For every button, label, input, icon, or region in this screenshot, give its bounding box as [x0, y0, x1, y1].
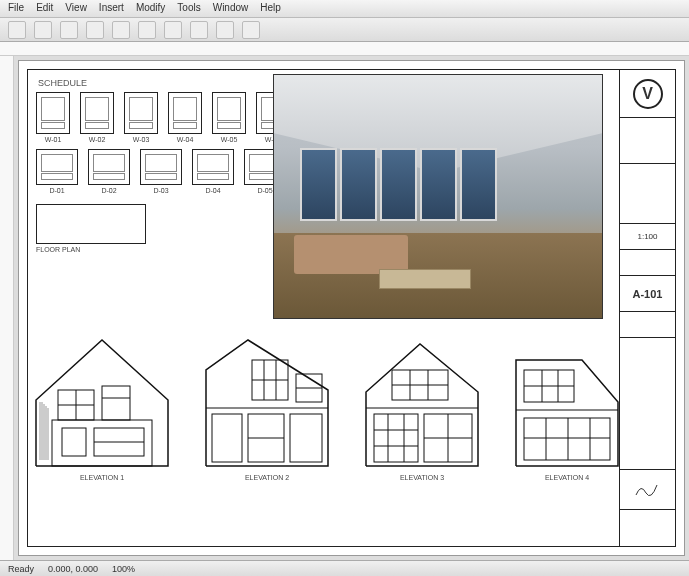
tool-circle[interactable]	[138, 21, 156, 39]
legend-swatch	[80, 92, 114, 134]
elevation-label: ELEVATION 3	[400, 474, 444, 481]
legend-label: W-02	[89, 136, 106, 143]
legend-label: W-04	[177, 136, 194, 143]
signature-icon	[633, 475, 663, 505]
legend-swatch	[140, 149, 182, 185]
tool-zoom[interactable]	[60, 21, 78, 39]
legend-label: D-05	[257, 187, 272, 194]
legend-label: D-02	[101, 187, 116, 194]
legend-swatch	[192, 149, 234, 185]
svg-rect-0	[52, 420, 152, 466]
legend-label: W-05	[221, 136, 238, 143]
firm-logo-icon: V	[633, 79, 663, 109]
ruler-horizontal	[0, 42, 689, 56]
elevation-label: ELEVATION 1	[80, 474, 124, 481]
status-coords: 0.000, 0.000	[48, 564, 98, 574]
menu-window[interactable]: Window	[213, 2, 249, 15]
menu-help[interactable]: Help	[260, 2, 281, 15]
perspective-render[interactable]	[273, 74, 603, 319]
tool-select[interactable]	[8, 21, 26, 39]
workspace: SCHEDULE W-01 W-02 W-03 W-04 W-05 W-06 D…	[0, 56, 689, 560]
stamp-cell	[620, 470, 675, 510]
render-table	[379, 269, 471, 288]
menu-modify[interactable]: Modify	[136, 2, 165, 15]
drawing-canvas[interactable]: SCHEDULE W-01 W-02 W-03 W-04 W-05 W-06 D…	[18, 60, 685, 556]
menu-file[interactable]: File	[8, 2, 24, 15]
sheet-number-cell: A-101	[620, 276, 675, 312]
legend-label: D-03	[153, 187, 168, 194]
elevation-1: ELEVATION 1	[32, 330, 172, 481]
legend-swatch	[168, 92, 202, 134]
legend-swatch	[124, 92, 158, 134]
render-windows	[300, 148, 497, 221]
svg-rect-6	[62, 428, 86, 456]
tool-print[interactable]	[242, 21, 260, 39]
status-message: Ready	[8, 564, 34, 574]
svg-rect-15	[212, 414, 242, 462]
room-outline	[36, 204, 146, 244]
menu-view[interactable]: View	[65, 2, 87, 15]
toolbar	[0, 18, 689, 42]
revision-cell	[620, 510, 675, 546]
elevations-row: ELEVATION 1	[28, 330, 617, 481]
menu-bar: File Edit View Insert Modify Tools Windo…	[0, 0, 689, 18]
legend-label: W-01	[45, 136, 62, 143]
svg-rect-4	[102, 386, 130, 420]
client-cell	[620, 118, 675, 164]
checked-cell	[620, 338, 675, 470]
svg-rect-26	[374, 414, 418, 462]
legend-swatch	[36, 149, 78, 185]
room-label: FLOOR PLAN	[36, 246, 80, 253]
project-cell	[620, 164, 675, 224]
tool-text[interactable]	[164, 21, 182, 39]
elevation-4: ELEVATION 4	[512, 330, 622, 481]
svg-rect-17	[290, 414, 322, 462]
menu-tools[interactable]: Tools	[177, 2, 200, 15]
drawing-content: SCHEDULE W-01 W-02 W-03 W-04 W-05 W-06 D…	[28, 70, 617, 546]
title-block: V 1:100 A-101	[619, 70, 675, 546]
menu-edit[interactable]: Edit	[36, 2, 53, 15]
legend-label: W-03	[133, 136, 150, 143]
menu-insert[interactable]: Insert	[99, 2, 124, 15]
date-cell	[620, 250, 675, 276]
sheet-border: SCHEDULE W-01 W-02 W-03 W-04 W-05 W-06 D…	[27, 69, 676, 547]
tool-pan[interactable]	[34, 21, 52, 39]
tool-line[interactable]	[86, 21, 104, 39]
legend-label: D-01	[49, 187, 64, 194]
tool-layer[interactable]	[216, 21, 234, 39]
scale-cell: 1:100	[620, 224, 675, 250]
legend-swatch	[88, 149, 130, 185]
elevation-label: ELEVATION 4	[545, 474, 589, 481]
drawn-cell	[620, 312, 675, 338]
legend-label: D-04	[205, 187, 220, 194]
tool-rect[interactable]	[112, 21, 130, 39]
svg-rect-39	[524, 418, 610, 460]
status-zoom: 100%	[112, 564, 135, 574]
logo-cell: V	[620, 70, 675, 118]
elevation-3: ELEVATION 3	[362, 330, 482, 481]
legend-swatch	[36, 92, 70, 134]
elevation-2: ELEVATION 2	[202, 330, 332, 481]
status-bar: Ready 0.000, 0.000 100%	[0, 560, 689, 576]
elevation-label: ELEVATION 2	[245, 474, 289, 481]
legend-swatch	[212, 92, 246, 134]
tool-dimension[interactable]	[190, 21, 208, 39]
ruler-vertical	[0, 56, 14, 560]
